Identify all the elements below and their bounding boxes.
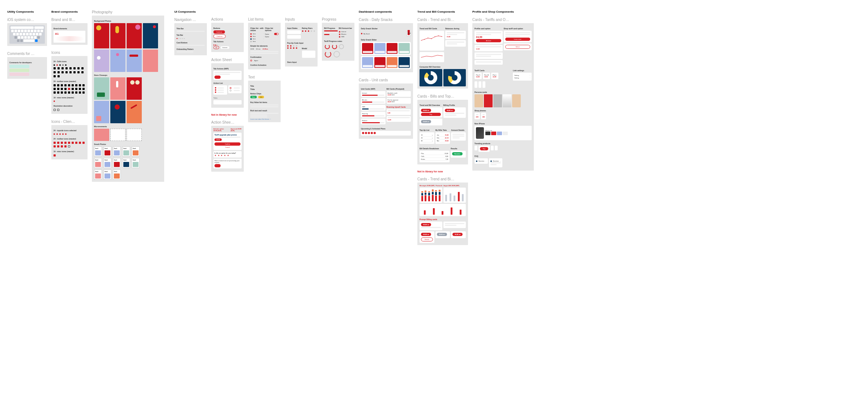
frame-tariffs[interactable]: Cards - Tariffs and O… Profile card opti… [472, 18, 534, 171]
unit-card[interactable]: Internet [361, 91, 386, 97]
donut-chart-2[interactable] [443, 69, 466, 86]
billing-prompt[interactable] [443, 222, 466, 228]
photo-red-3[interactable] [127, 23, 142, 48]
profile-option-card[interactable] [475, 52, 503, 59]
trend-mini[interactable] [420, 52, 444, 62]
store-photo-4[interactable] [94, 101, 109, 123]
design-canvas[interactable]: Utility Components iOS system co… Commen… [0, 0, 868, 257]
tariff-card[interactable]: Plan M19,99 [483, 73, 490, 79]
toggle-icon[interactable] [274, 33, 278, 35]
trending-card[interactable] [475, 146, 477, 150]
swatch-red[interactable] [484, 94, 493, 107]
shop-phone-card[interactable]: 699 [475, 113, 480, 119]
snack-card[interactable] [94, 146, 102, 156]
frame-comments[interactable]: Comments for … Comments for developers [7, 52, 47, 79]
tariff-card[interactable]: Plan L24,99 [491, 73, 498, 79]
list-row[interactable]: Option [265, 33, 279, 35]
photo-red-2[interactable] [110, 23, 125, 48]
frame-unit-cards[interactable]: Cards - Unit cards Unit Cards (WIP) Inte… [359, 78, 413, 139]
bar-chart-3[interactable] [420, 204, 466, 216]
topup-list[interactable]: 10+ 20+ 30+ [420, 132, 434, 144]
bar-chart-1[interactable] [420, 188, 442, 203]
snack-slider-2[interactable] [361, 56, 411, 69]
store-photo-2[interactable] [110, 77, 125, 100]
unit-card[interactable]: Roaming [361, 112, 386, 117]
snack-card[interactable] [122, 158, 130, 168]
snack-card[interactable] [122, 146, 130, 156]
donut-chart-1[interactable] [420, 69, 442, 86]
photo-darkblue-1[interactable] [143, 23, 158, 48]
persona-avatar[interactable] [475, 94, 483, 107]
chip-all[interactable]: All [213, 46, 219, 49]
frame-brand[interactable]: Brand and Ill… Brand elements A1 [51, 18, 88, 45]
frame-actions[interactable]: Actions Buttons Continue Continue Tab Ac… [211, 17, 244, 52]
swatch-grey[interactable] [493, 94, 502, 107]
primary-button[interactable]: Continue [213, 30, 225, 34]
link-settings[interactable]: Setting›Setting› [513, 73, 532, 81]
sheet-confirm-button[interactable] [214, 76, 221, 79]
trend-line-chart[interactable] [420, 31, 444, 51]
bills-tabs[interactable]: Jan35,00 Feb42,10 Mar38,50 [435, 132, 450, 144]
text-input[interactable] [287, 30, 301, 34]
frame-bills[interactable]: Cards - Bills and Top… Trend and Bill Ov… [417, 94, 468, 164]
amount-details[interactable] [451, 132, 466, 141]
text-link[interactable]: Learn more about this feature → [250, 118, 278, 120]
tariff-card[interactable] [478, 81, 481, 88]
radio-checked-icon[interactable] [250, 60, 252, 61]
shop-tariff-card[interactable]: Learn more [504, 31, 532, 42]
billing-profile[interactable]: 58,49 лв [443, 107, 466, 118]
photo-pink[interactable] [143, 50, 158, 72]
photo-blue-2[interactable] [127, 50, 142, 72]
text-input[interactable] [287, 35, 301, 39]
frame-daily-snacks[interactable]: Cards - Daily Snacks Daily Snack Sticker… [359, 18, 413, 72]
cancel-button[interactable]: Cancel [214, 146, 241, 149]
snack-card[interactable] [94, 170, 102, 180]
snack-card[interactable] [132, 146, 140, 156]
store-photo-6[interactable] [127, 101, 142, 123]
pay-button[interactable]: Pay [421, 113, 441, 116]
star-rating-icon[interactable]: ★ ★ ★ ★ ★ [214, 154, 241, 156]
list-row[interactable]: Item› [250, 38, 264, 40]
store-photo-1[interactable] [94, 77, 109, 100]
roam-card[interactable]: 9,99 [387, 109, 411, 115]
faq-card[interactable]: Question⌄ [489, 158, 502, 167]
list-row[interactable]: Item› [250, 35, 264, 38]
snack-card[interactable] [103, 146, 111, 156]
frame-action-sheet[interactable]: Action Sheet Tab Actions (WIP) Action Li… [211, 58, 244, 108]
roam-card[interactable]: 14,99 [387, 116, 411, 122]
frame-text[interactable]: Text Title Title Notice Chips New Info K… [248, 75, 281, 122]
unit-card[interactable]: Minutes [361, 98, 386, 104]
snack-card[interactable] [113, 170, 121, 180]
confirm-button[interactable]: Confirm [214, 142, 241, 146]
photo-blue-1[interactable] [110, 50, 125, 72]
photo-red-1[interactable] [94, 23, 109, 48]
billing-prompt[interactable]: 35,00 лв [451, 231, 466, 238]
action-list-2[interactable] [228, 85, 242, 93]
trending-card[interactable] [495, 146, 498, 150]
frame-progress[interactable]: Progress Bill Progress Bill Amount bar I… [322, 17, 354, 61]
new-iphone-card[interactable]: iPhone 13 [475, 126, 532, 140]
snack-card[interactable] [113, 158, 121, 168]
list-row[interactable]: Item› [250, 33, 264, 35]
frame-action-sheet-wip[interactable]: Action Shee… Activate option 29.99 (EUR)… [211, 120, 244, 172]
frame-list-items[interactable]: List Items Chips list · with values Chip… [248, 17, 281, 69]
micro-1[interactable] [94, 129, 109, 141]
unit-card[interactable]: SMS [361, 105, 386, 111]
trending-card[interactable] [491, 146, 494, 150]
frame-navigation[interactable]: Navigation … Title Bar Tab Bar Card Bott… [174, 18, 207, 55]
trending-card[interactable]: Buy [478, 146, 490, 152]
snack-card[interactable] [103, 158, 111, 168]
persona-avatar[interactable] [512, 94, 521, 107]
activate-button[interactable]: Activate [476, 39, 501, 42]
swatch-gradient[interactable] [503, 94, 511, 107]
frame-icons-client[interactable]: Icons - Clien… 24 · topside icons select… [51, 120, 88, 159]
billing-prompt[interactable]: 35,00 лв [420, 222, 442, 230]
shop-phone-card[interactable]: 899 [481, 113, 486, 119]
shop-tariff-card[interactable]: Select [504, 43, 532, 50]
micro-2[interactable] [110, 129, 125, 141]
tabs-placeholder[interactable] [213, 100, 242, 104]
chip-internet[interactable]: Internet [221, 46, 229, 49]
unit-card[interactable]: Balance [361, 119, 386, 124]
tariff-card[interactable]: Plan S14,99 [475, 73, 482, 79]
faq-card[interactable]: Question⌄ [475, 158, 488, 164]
